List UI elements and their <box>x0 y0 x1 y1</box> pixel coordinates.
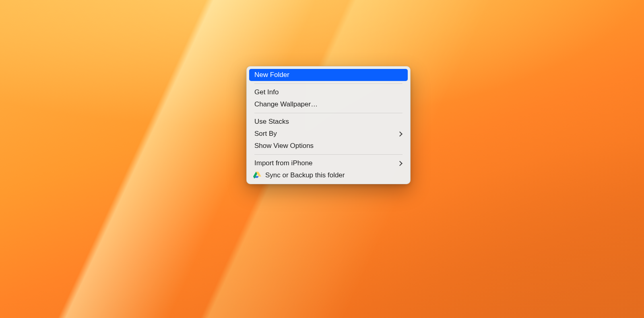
menu-separator <box>254 113 402 113</box>
menu-item-sort-by[interactable]: Sort By <box>249 128 408 140</box>
menu-item-label: Show View Options <box>254 142 402 150</box>
desktop-wallpaper[interactable]: New Folder Get Info Change Wallpaper… Us… <box>0 0 644 318</box>
chevron-right-icon <box>397 161 402 166</box>
menu-item-new-folder[interactable]: New Folder <box>249 69 408 81</box>
menu-item-label: Sort By <box>254 130 394 138</box>
menu-item-sync-backup-folder[interactable]: Sync or Backup this folder <box>249 169 408 181</box>
menu-item-label: Change Wallpaper… <box>254 100 402 108</box>
menu-item-change-wallpaper[interactable]: Change Wallpaper… <box>249 98 408 110</box>
menu-separator <box>254 83 402 84</box>
desktop-context-menu: New Folder Get Info Change Wallpaper… Us… <box>246 66 411 184</box>
menu-item-get-info[interactable]: Get Info <box>249 86 408 98</box>
menu-item-label: New Folder <box>254 71 402 79</box>
menu-item-show-view-options[interactable]: Show View Options <box>249 140 408 152</box>
menu-item-label: Get Info <box>254 88 402 96</box>
google-drive-icon <box>253 172 261 179</box>
menu-item-label: Sync or Backup this folder <box>265 171 402 179</box>
menu-item-import-from-iphone[interactable]: Import from iPhone <box>249 157 408 169</box>
menu-item-use-stacks[interactable]: Use Stacks <box>249 116 408 128</box>
menu-item-label: Import from iPhone <box>254 159 394 167</box>
menu-separator <box>254 154 402 155</box>
menu-item-label: Use Stacks <box>254 118 402 126</box>
chevron-right-icon <box>397 131 402 137</box>
